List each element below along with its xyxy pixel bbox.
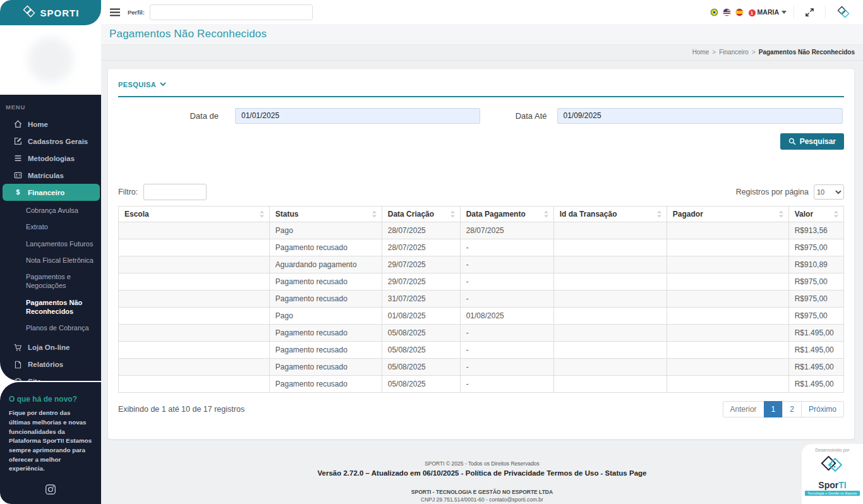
sidebar-subitem-extrato[interactable]: Extrato (25, 219, 99, 235)
sort-icon (778, 210, 784, 217)
club-logo (0, 25, 101, 95)
sidebar-item-home[interactable]: Home (3, 116, 100, 133)
sidebar-item-matriculas[interactable]: Matrículas (3, 167, 100, 184)
sporti-footer-logo-icon (820, 452, 845, 480)
cell-data-pagamento: - (460, 273, 553, 290)
instagram-icon[interactable] (9, 484, 92, 495)
sidebar-item-label: Cadastros Gerais (28, 138, 88, 145)
table-row: Pagamento recusado29/07/2025-R$975,00 (119, 273, 844, 290)
sidebar-subitem-pagamentos-nao-reconhecidos[interactable]: Pagamentos Não Reconhecidos (25, 294, 99, 320)
user-menu[interactable]: MARIA (757, 8, 787, 16)
notification-badge[interactable]: 1 (748, 9, 756, 17)
cart-icon (13, 344, 22, 352)
cell-valor: R$1.495,00 (788, 341, 843, 358)
sidebar-subitem-planos-de-cobranca[interactable]: Planos de Cobrança (25, 320, 99, 336)
sidebar-subitem-nota-fiscal-eletronica[interactable]: Nota Fiscal Eletrônica (25, 252, 99, 268)
brand-header[interactable]: SPORTI (0, 0, 101, 25)
financeiro-submenu: Cobrança AvulsaExtratoLançamentos Futuro… (0, 201, 101, 339)
payments-table: EscolaStatusData CriaçãoData PagamentoId… (118, 206, 844, 393)
sidebar-item-label: Matrículas (28, 172, 64, 179)
sort-icon (543, 210, 549, 217)
cell-data-criacao: 31/07/2025 (382, 290, 460, 307)
sidebar-item-relatorios[interactable]: Relatórios (3, 356, 100, 373)
main-area: Perfil: 1 MARIA Pagam (101, 0, 863, 504)
cell-escola (119, 375, 270, 392)
sort-icon (656, 210, 662, 217)
sidebar-item-financeiro[interactable]: $Financeiro (3, 184, 100, 201)
section-divider (118, 96, 844, 97)
sporti-mini-logo-icon[interactable] (833, 5, 854, 19)
cell-data-pagamento: - (460, 256, 553, 273)
cell-pagador (667, 290, 788, 307)
column-header-pagador[interactable]: Pagador (667, 206, 788, 222)
column-header-status[interactable]: Status (269, 206, 382, 222)
data-ate-input[interactable] (557, 108, 843, 124)
sidebar-subitem-pagamentos-e-negociacoes[interactable]: Pagamentos e Negociações (25, 268, 99, 294)
sidebar-subitem-lancamentos-futuros[interactable]: Lançamentos Futuros (25, 236, 99, 252)
footer-company: SPORTI - TECNOLOGIA E GESTÃO NO ESPORTE … (101, 488, 863, 496)
column-header-data-criacao[interactable]: Data Criação (382, 206, 460, 222)
cell-status: Pagamento recusado (269, 324, 382, 341)
pagination-previous[interactable]: Anterior (723, 401, 764, 417)
fullscreen-icon[interactable] (801, 8, 818, 17)
data-de-input[interactable] (235, 108, 480, 124)
table-row: Pago01/08/202501/08/2025R$975,00 (119, 307, 844, 324)
cell-pagador (667, 341, 788, 358)
table-row: Pagamento recusado05/08/2025-R$1.495,00 (119, 341, 844, 358)
cell-escola (119, 307, 270, 324)
per-page-select[interactable]: 10 (814, 184, 844, 200)
cell-id-transacao (553, 358, 667, 375)
sidebar-item-metodologias[interactable]: Metodologias (3, 150, 100, 167)
column-header-valor[interactable]: Valor (788, 206, 843, 222)
cell-id-transacao (553, 324, 667, 341)
cell-valor: R$1.495,00 (788, 324, 843, 341)
perfil-label: Perfil: (128, 9, 145, 16)
cell-escola (119, 324, 270, 341)
sidebar-item-loja-on-line[interactable]: Loja On-line (3, 339, 100, 356)
brand-name: SPORTI (40, 8, 80, 18)
column-header-escola[interactable]: Escola (119, 206, 270, 222)
cell-escola (119, 358, 270, 375)
sidebar-subitem-cobranca-avulsa[interactable]: Cobrança Avulsa (25, 202, 99, 219)
usa-flag-icon[interactable] (723, 8, 731, 16)
cell-data-criacao: 29/07/2025 (382, 273, 460, 290)
brazil-flag-icon[interactable] (710, 8, 718, 16)
cell-data-pagamento: - (460, 324, 553, 341)
sporti-logo-icon (22, 4, 36, 21)
cell-pagador (667, 222, 788, 239)
cell-valor: R$1.495,00 (788, 358, 843, 375)
sort-icon (259, 210, 265, 217)
cell-valor: R$910,89 (788, 256, 843, 273)
table-row: Pagamento recusado05/08/2025-R$1.495,00 (119, 358, 844, 375)
cell-escola (119, 239, 270, 256)
cell-data-pagamento: - (460, 358, 553, 375)
table-row: Pagamento recusado05/08/2025-R$1.495,00 (119, 375, 844, 392)
hamburger-menu-icon[interactable] (110, 8, 120, 16)
table-row: Pagamento recusado31/07/2025-R$975,00 (119, 290, 844, 307)
column-header-data-pagamento[interactable]: Data Pagamento (460, 206, 553, 222)
spain-flag-icon[interactable] (735, 8, 744, 16)
breadcrumb-financeiro[interactable]: Financeiro (719, 49, 749, 56)
breadcrumb-home[interactable]: Home (692, 49, 709, 56)
filtro-input[interactable] (143, 184, 207, 200)
sidebar-item-cadastros-gerais[interactable]: Cadastros Gerais (3, 133, 100, 150)
pesquisa-toggle[interactable]: PESQUISA (118, 81, 166, 88)
column-header-id-da-transacao[interactable]: Id da Transação (553, 206, 667, 222)
divider (794, 5, 794, 19)
content-card: PESQUISA Data de Data Até Pesquisar (107, 68, 855, 440)
cell-status: Pagamento recusado (269, 273, 382, 290)
pagination-next[interactable]: Próximo (801, 401, 844, 417)
perfil-input[interactable] (150, 4, 313, 20)
cell-pagador (667, 239, 788, 256)
pagination-page-2[interactable]: 2 (782, 401, 802, 417)
sidebar-item-site[interactable]: Site (3, 373, 100, 381)
topbar: Perfil: 1 MARIA (101, 0, 863, 24)
cell-status: Pagamento recusado (269, 341, 382, 358)
cell-data-criacao: 28/07/2025 (382, 222, 460, 239)
footer-version-line[interactable]: Versão 2.72.0 – Atualizado em 06/10/2025… (101, 468, 863, 479)
pagination-page-1[interactable]: 1 (764, 401, 783, 417)
chevron-down-icon (160, 82, 166, 87)
cell-status: Pagamento recusado (269, 239, 382, 256)
pesquisar-button[interactable]: Pesquisar (780, 133, 844, 150)
cell-id-transacao (553, 222, 667, 239)
